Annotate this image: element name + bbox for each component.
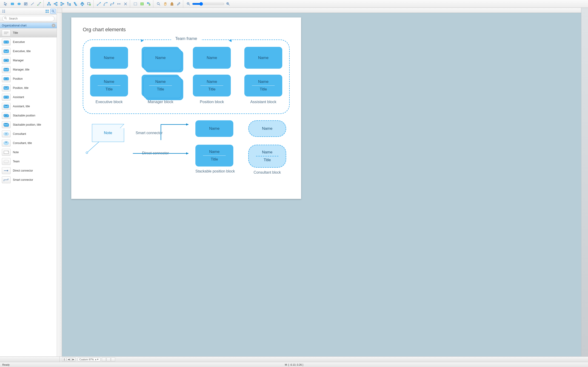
tree-org-icon[interactable] [79,1,85,7]
pointer-tool-icon[interactable] [3,1,9,7]
hand-tool-icon[interactable] [162,1,168,7]
tree-down-icon[interactable] [46,1,52,7]
lib-item-title[interactable]: Title [0,28,57,37]
lib-item-consultant-title[interactable]: Consultant, title [0,139,57,148]
assistant-name-block[interactable]: Name [244,47,282,69]
stackable-title-block[interactable]: NameTitle [195,145,233,167]
page-back-button[interactable]: ◀ [67,357,71,361]
sidebar-tree-icon[interactable] [1,9,7,14]
lib-item-consultant[interactable]: Consultant [0,129,57,139]
tree-right-icon[interactable] [53,1,59,7]
page-fwd-button[interactable]: ▶ [71,357,75,361]
lib-item-direct-connector[interactable]: Direct connector [0,166,57,175]
assistant-title-block[interactable]: NameTitle [244,75,282,96]
team-frame[interactable]: Team frame ▶ ◀ Name Name Name Name [83,40,290,114]
arrow-right-icon: ▶ [141,38,144,42]
connect-curve-icon[interactable] [102,1,109,7]
svg-rect-5 [48,2,49,3]
lib-item-smart-connector[interactable]: Smart connector [0,175,57,184]
svg-rect-55 [5,79,7,79]
group-nodes-icon[interactable] [146,1,152,7]
library-header[interactable]: Organizational chart × [0,23,57,28]
lib-item-manager[interactable]: Manager [0,56,57,65]
lib-item-note[interactable]: Note [0,148,57,157]
lib-item-stackable-title[interactable]: Stackable position, title [0,120,57,129]
svg-rect-34 [147,2,148,3]
connect-line-icon[interactable] [96,1,102,7]
page-tab-1[interactable] [102,357,106,361]
stamp-tool-icon[interactable] [169,1,175,7]
connector-tool-icon[interactable] [36,1,42,7]
svg-rect-72 [4,151,9,154]
svg-rect-35 [149,4,150,5]
zoom-fit-icon[interactable] [156,1,162,7]
lib-item-team[interactable]: Team [0,157,57,166]
tree-hier-icon[interactable] [73,1,79,7]
ellipse-tool-icon[interactable] [16,1,22,7]
svg-rect-22 [83,4,84,5]
line-tool-icon[interactable] [29,1,35,7]
stepper-icon[interactable]: ▲▼ [95,359,99,360]
page-tab-2[interactable] [106,357,111,361]
svg-rect-33 [141,2,144,5]
note-shape[interactable]: Note [92,124,124,142]
lib-item-executive-title[interactable]: Executive, title [0,47,57,56]
svg-rect-16 [70,5,71,6]
arrow-left-icon: ◀ [229,38,231,42]
lib-item-stackable[interactable]: Stackable position [0,111,57,120]
col-label: Manager block [148,100,173,104]
position-name-block[interactable]: Name [193,47,231,69]
lib-item-assistant-title[interactable]: Assistant, title [0,102,57,111]
connect-bi-cross-icon[interactable] [122,1,128,7]
rectangle-tool-icon[interactable] [9,1,15,7]
group-green-icon[interactable] [139,1,145,7]
group-dashed-icon[interactable] [132,1,138,7]
lib-item-position-title[interactable]: Position, title [0,83,57,92]
direct-connector-line[interactable] [131,151,191,156]
bottom-bar: ‖ ◀ ▶ Custom 97% ▲▼ [0,356,588,362]
svg-rect-61 [5,105,7,106]
manager-name-block[interactable]: Name [142,47,179,69]
lib-item-assistant[interactable]: Assistant [0,92,57,102]
connect-elbow-icon[interactable] [109,1,115,7]
lib-item-position[interactable]: Position [0,74,57,83]
executive-title-block[interactable]: NameTitle [90,75,128,96]
right-panel-handle[interactable] [581,8,588,356]
svg-rect-8 [54,3,55,4]
svg-rect-37 [171,5,173,5]
zoom-readout[interactable]: Custom 97% ▲▼ [78,358,101,361]
svg-point-45 [5,17,6,19]
lib-item-executive[interactable]: Executive [0,37,57,47]
page-tab-3[interactable] [111,357,115,361]
tree-left-icon[interactable] [59,1,65,7]
stackable-name-block[interactable]: Name [195,120,233,137]
tree-branch-icon[interactable] [66,1,72,7]
page-prev-button[interactable]: ‖ [62,357,66,361]
sidebar-grid-icon[interactable] [44,9,50,14]
text-tool-icon[interactable] [23,1,29,7]
close-icon[interactable]: × [52,24,55,27]
connect-bi-h-icon[interactable] [116,1,122,7]
svg-rect-6 [47,4,49,5]
zoom-slider[interactable] [192,2,224,6]
svg-rect-49 [5,50,7,51]
svg-rect-14 [67,2,68,3]
eyedropper-tool-icon[interactable] [176,1,182,7]
sidebar-search-icon[interactable] [50,9,56,14]
svg-point-44 [52,10,54,12]
top-toolbar [0,0,588,8]
zoom-in-icon[interactable] [225,1,231,7]
add-node-icon[interactable] [86,1,92,7]
consultant-title-block[interactable]: NameTitle [248,145,286,168]
executive-name-block[interactable]: Name [90,47,128,69]
position-title-block[interactable]: NameTitle [193,75,231,96]
svg-point-30 [110,5,111,6]
search-input[interactable] [2,16,54,21]
page[interactable]: Org chart elements Team frame ▶ ◀ Name N… [71,17,301,199]
svg-point-26 [97,5,98,6]
lib-item-manager-title[interactable]: Manager, title [0,65,57,74]
zoom-out-icon[interactable] [186,1,191,7]
smart-connector-line[interactable] [131,120,191,141]
manager-title-block[interactable]: NameTitle [142,75,179,96]
consultant-name-block[interactable]: Name [248,120,286,137]
